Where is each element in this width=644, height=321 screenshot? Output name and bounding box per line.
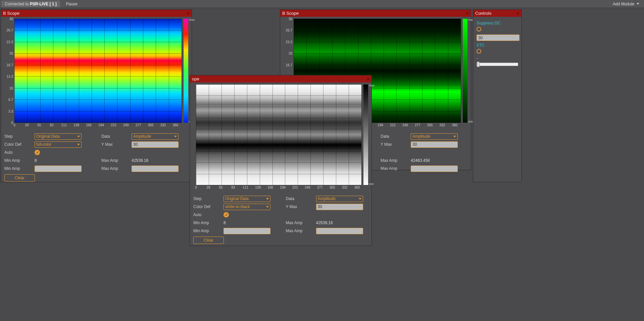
step-select[interactable]: Original Data (35, 133, 82, 140)
ymax-input[interactable] (411, 141, 458, 148)
ymax-input[interactable] (132, 141, 179, 148)
ymax-label: Y Max (101, 142, 132, 147)
panel-title: B Scope (282, 11, 299, 16)
clear-button[interactable]: Clear (4, 174, 35, 182)
colordef-label: Color Def (193, 204, 224, 209)
colordef-select[interactable]: white-to-black (224, 204, 270, 210)
bscope-panel-1: B Scope × 3026.723.32016.713.3106.73.30 … (1, 9, 192, 182)
heatmap-plot[interactable] (196, 84, 361, 185)
chevron-down-icon (637, 3, 639, 5)
x-axis: 0285583111138166194222249277305332360 (14, 123, 176, 129)
maxamp-input[interactable] (132, 166, 179, 172)
suppress-dc-input[interactable] (477, 35, 519, 41)
add-module-dropdown[interactable]: Add Module (609, 1, 643, 7)
step-label: Step (4, 134, 35, 139)
close-icon[interactable]: × (187, 11, 190, 16)
close-icon[interactable]: × (367, 77, 369, 81)
auto-checkbox[interactable]: ✓ (35, 150, 40, 155)
maxamp-input[interactable] (316, 228, 363, 234)
ymax-label: Y Max (286, 204, 316, 209)
colordef-select[interactable]: full-color (35, 141, 82, 148)
stc-value: - (477, 56, 518, 61)
maxamp-value: 42539.16 (132, 158, 188, 163)
data-select[interactable]: Amplitude (411, 133, 458, 140)
colorbar: max min (463, 19, 467, 123)
minamp-value: 8 (224, 220, 276, 225)
data-select[interactable]: Amplitude (316, 196, 363, 202)
ymax-input[interactable] (316, 204, 363, 210)
panel-title: B Scope (3, 11, 19, 16)
bscope-panel-2: ope × max min 02855831111381661942222492… (190, 75, 372, 246)
maxamp-value: 42463.458 (411, 158, 467, 163)
maxamp-input-label: Max Amp (381, 166, 411, 171)
data-label: Data (381, 134, 411, 139)
chevron-down-icon (266, 198, 269, 200)
panel-header[interactable]: Controls × (473, 10, 522, 17)
chevron-down-icon (77, 136, 80, 137)
auto-label: Auto (193, 212, 224, 217)
colorbar: max min (184, 19, 188, 123)
app-toolbar: Connected to PSR-LIVE [ 1 ] Pause Add Mo… (0, 0, 644, 8)
minamp-input-label: Min Amp (193, 229, 224, 233)
heatmap-plot[interactable] (14, 19, 182, 123)
close-icon[interactable]: × (517, 11, 519, 16)
maxamp-label: Max Amp (101, 158, 132, 163)
data-select[interactable]: Amplitude (132, 133, 179, 140)
maxamp-input-label: Max Amp (286, 229, 316, 233)
chevron-down-icon (359, 198, 361, 200)
data-label: Data (101, 134, 132, 139)
data-label: Data (286, 196, 316, 201)
panel-title: ope (192, 76, 199, 81)
minamp-label: Min Amp (4, 158, 35, 163)
auto-label: Auto (4, 150, 35, 155)
maxamp-input[interactable] (411, 166, 458, 172)
suppress-dc-label: Suppress DC (477, 21, 518, 25)
step-select[interactable]: Original Data (224, 196, 270, 202)
minamp-input-label: Min Amp (4, 166, 35, 171)
minamp-value: 8 (35, 158, 91, 163)
x-axis: 0285583111138166194222249277305332360 (196, 185, 357, 191)
y-axis (193, 84, 196, 185)
maxamp-label: Max Amp (381, 158, 411, 163)
minamp-input[interactable] (35, 166, 82, 172)
panel-header[interactable]: ope × (190, 75, 371, 82)
chevron-down-icon (174, 136, 177, 137)
colordef-label: Color Def (4, 142, 35, 147)
suppress-dc-toggle[interactable] (477, 27, 481, 31)
slider-thumb-icon[interactable] (477, 62, 480, 67)
clear-button[interactable]: Clear (193, 237, 224, 244)
panel-title: Controls (475, 11, 491, 16)
chevron-down-icon (453, 136, 456, 137)
minamp-input[interactable] (224, 228, 270, 234)
chevron-down-icon (77, 144, 80, 145)
controls-panel: Controls × Suppress DC STC - (473, 9, 522, 182)
maxamp-value: 42539.16 (316, 220, 368, 225)
ymax-label: Y Max (381, 142, 411, 147)
panel-header[interactable]: B Scope × (280, 10, 471, 17)
pause-button[interactable]: Pause (63, 1, 81, 7)
stc-slider[interactable] (477, 63, 518, 66)
auto-checkbox[interactable]: ✓ (224, 212, 229, 217)
connection-status: Connected to PSR-LIVE [ 1 ] (1, 1, 60, 7)
y-axis: 3026.723.32016.713.3106.73.30 (4, 19, 14, 123)
maxamp-label: Max Amp (286, 220, 316, 225)
chevron-down-icon (266, 206, 269, 208)
stc-label: STC (477, 43, 518, 48)
stc-toggle[interactable] (477, 49, 481, 54)
panel-header[interactable]: B Scope × (1, 10, 192, 17)
minamp-label: Min Amp (193, 220, 224, 225)
close-icon[interactable]: × (466, 11, 469, 16)
step-label: Step (193, 196, 224, 201)
maxamp-input-label: Max Amp (101, 166, 132, 171)
colorbar: max min (363, 84, 368, 185)
